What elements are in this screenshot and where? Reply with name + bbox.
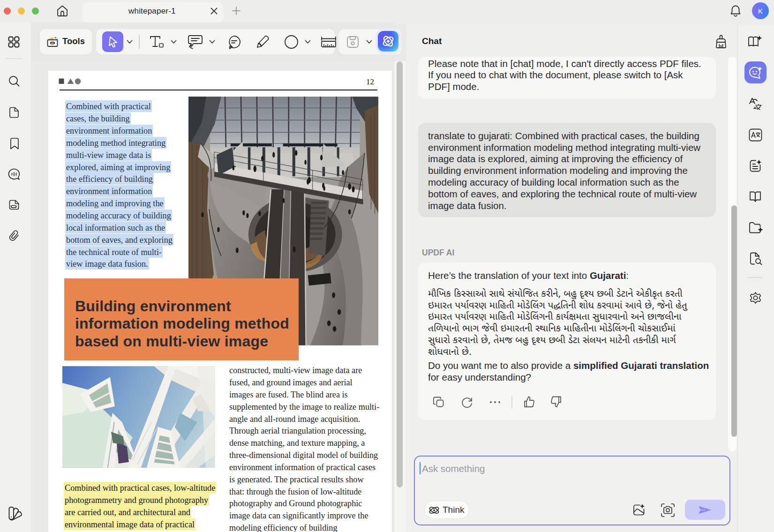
svg-text:K: K <box>758 7 763 15</box>
